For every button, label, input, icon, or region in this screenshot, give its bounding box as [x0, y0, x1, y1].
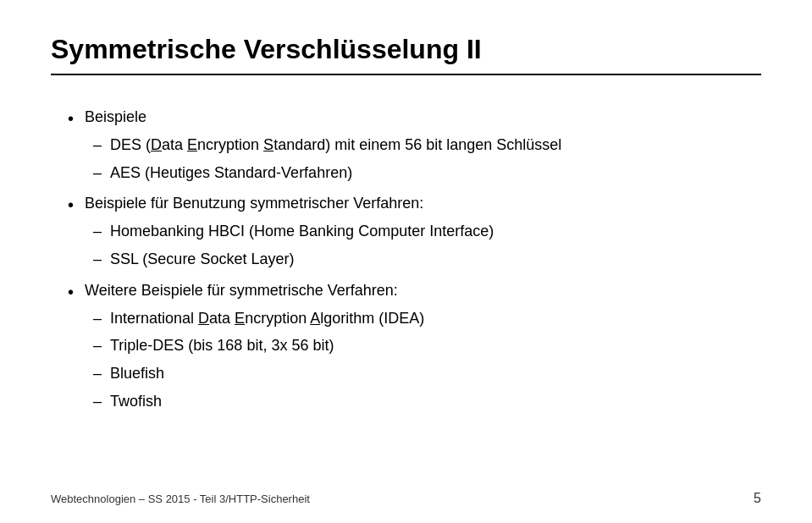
sub-item-3-2-text: Triple-DES (bis 168 bit, 3x 56 bit) — [110, 337, 334, 354]
slide-footer: Webtechnologien – SS 2015 - Teil 3/HTTP-… — [51, 491, 761, 506]
bullet-item-3: Weitere Beispiele für symmetrische Verfa… — [68, 278, 761, 414]
sub-item-3-3-text: Bluefish — [110, 365, 164, 382]
sub-item-2-1: Homebanking HBCI (Home Banking Computer … — [85, 219, 761, 244]
bullet-item-1: Beispiele DES (Data Encryption Standard)… — [68, 105, 761, 184]
content-area: Beispiele DES (Data Encryption Standard)… — [51, 105, 761, 414]
bullet-2-label: Beispiele für Benutzung symmetrischer Ve… — [85, 195, 423, 212]
sub-item-3-4-text: Twofish — [110, 393, 162, 410]
sub-item-1-1-text: DES (Data Encryption Standard) mit einem… — [110, 136, 561, 153]
sub-item-3-1-text: International Data Encryption Algorithm … — [110, 310, 424, 327]
sub-item-2-1-text: Homebanking HBCI (Home Banking Computer … — [110, 223, 494, 239]
sub-item-1-2: AES (Heutiges Standard-Verfahren) — [85, 161, 761, 185]
sub-list-2: Homebanking HBCI (Home Banking Computer … — [85, 219, 761, 272]
main-bullet-list: Beispiele DES (Data Encryption Standard)… — [68, 105, 761, 414]
sub-item-1-2-text: AES (Heutiges Standard-Verfahren) — [110, 164, 352, 181]
sub-item-2-2: SSL (Secure Socket Layer) — [85, 247, 761, 272]
bullet-1-label: Beispiele — [85, 108, 146, 125]
sub-item-3-2: Triple-DES (bis 168 bit, 3x 56 bit) — [85, 333, 761, 358]
sub-item-2-2-text: SSL (Secure Socket Layer) — [110, 250, 294, 267]
footer-page-number: 5 — [754, 491, 761, 506]
sub-item-3-3: Bluefish — [85, 361, 761, 386]
bullet-item-2: Beispiele für Benutzung symmetrischer Ve… — [68, 191, 761, 271]
sub-item-3-1: International Data Encryption Algorithm … — [85, 306, 761, 331]
sub-list-3: International Data Encryption Algorithm … — [85, 306, 761, 414]
slide-container: Symmetrische Verschlüsselung II Beispiel… — [0, 0, 812, 523]
bullet-3-label: Weitere Beispiele für symmetrische Verfa… — [85, 282, 398, 299]
slide-title: Symmetrische Verschlüsselung II — [51, 34, 761, 75]
sub-item-3-4: Twofish — [85, 389, 761, 414]
footer-left-text: Webtechnologien – SS 2015 - Teil 3/HTTP-… — [51, 493, 310, 505]
sub-list-1: DES (Data Encryption Standard) mit einem… — [85, 133, 761, 185]
sub-item-1-1: DES (Data Encryption Standard) mit einem… — [85, 133, 761, 157]
